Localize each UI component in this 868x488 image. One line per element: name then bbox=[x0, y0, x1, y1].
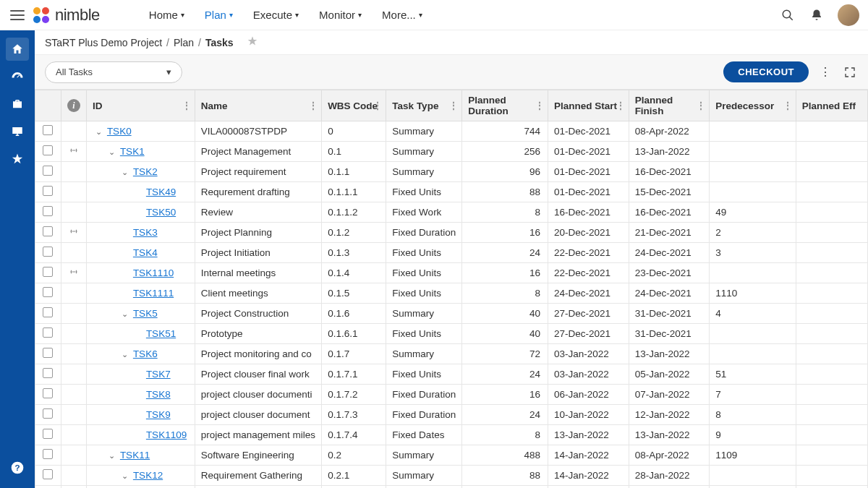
nav-item-execute[interactable]: Execute▾ bbox=[253, 9, 299, 21]
filter-dropdown[interactable]: All Tasks ▾ bbox=[45, 61, 182, 83]
task-id-link[interactable]: TSK5 bbox=[133, 308, 158, 319]
task-id-link[interactable]: TSK1109 bbox=[146, 429, 187, 440]
row-checkbox[interactable] bbox=[43, 125, 53, 135]
collapse-icon[interactable]: ⌄ bbox=[109, 451, 117, 461]
task-id-link[interactable]: TSK50 bbox=[146, 207, 176, 218]
logo[interactable]: nimble bbox=[32, 6, 100, 25]
task-id-link[interactable]: TSK12 bbox=[133, 470, 163, 481]
nav-item-plan[interactable]: Plan▾ bbox=[205, 9, 233, 21]
col-menu-icon[interactable]: ⋮ bbox=[616, 100, 626, 111]
col-menu-icon[interactable]: ⋮ bbox=[373, 100, 383, 111]
col-duration[interactable]: Planned Duration⋮ bbox=[462, 90, 548, 121]
table-row[interactable]: TSK4 Project Initiation 0.1.3 Fixed Unit… bbox=[35, 243, 868, 263]
row-checkbox[interactable] bbox=[43, 408, 53, 419]
col-effort[interactable]: Planned Eff bbox=[796, 90, 867, 121]
row-checkbox[interactable] bbox=[43, 388, 53, 398]
sidebar-help-icon[interactable]: ? bbox=[6, 456, 29, 479]
sidebar-home-icon[interactable] bbox=[6, 38, 29, 61]
table-row[interactable]: TSK50 Review 0.1.1.2 Fixed Work 8 16-Dec… bbox=[35, 202, 868, 223]
collapse-icon[interactable]: ⌄ bbox=[122, 471, 130, 481]
favorite-star-icon[interactable] bbox=[247, 35, 258, 49]
col-type[interactable]: Task Type⋮ bbox=[386, 90, 462, 121]
avatar[interactable] bbox=[838, 4, 859, 26]
table-row[interactable]: TSK7 Project clouser final work 0.1.7.1 … bbox=[35, 364, 868, 385]
table-row[interactable]: ⌄TSK11 Software Engineering 0.2 Summary … bbox=[35, 445, 868, 466]
crumb-project[interactable]: STaRT Plus Demo Project bbox=[45, 37, 162, 48]
col-name[interactable]: Name⋮ bbox=[195, 90, 321, 121]
col-start[interactable]: Planned Start⋮ bbox=[548, 90, 629, 121]
row-checkbox[interactable] bbox=[43, 429, 53, 439]
table-row[interactable]: TSK51 Prototype 0.1.6.1 Fixed Units 40 2… bbox=[35, 324, 868, 344]
search-icon[interactable] bbox=[780, 7, 796, 23]
collapse-icon[interactable]: ⌄ bbox=[122, 350, 130, 359]
collapse-icon[interactable]: ⌄ bbox=[122, 309, 130, 319]
row-checkbox[interactable] bbox=[43, 348, 53, 358]
col-menu-icon[interactable]: ⋮ bbox=[308, 100, 318, 111]
sidebar-desktop-icon[interactable] bbox=[6, 120, 29, 143]
task-id-link[interactable]: TSK8 bbox=[146, 389, 171, 400]
row-checkbox[interactable] bbox=[43, 247, 53, 257]
collapse-icon[interactable]: ⌄ bbox=[109, 147, 117, 157]
task-id-link[interactable]: TSK4 bbox=[133, 247, 158, 258]
task-id-link[interactable]: TSK1111 bbox=[133, 288, 174, 299]
collapse-icon[interactable]: ⌄ bbox=[122, 168, 130, 177]
task-id-link[interactable]: TSK3 bbox=[133, 227, 158, 238]
row-checkbox[interactable] bbox=[43, 166, 53, 176]
row-checkbox[interactable] bbox=[43, 206, 53, 216]
row-checkbox[interactable] bbox=[43, 267, 53, 277]
task-id-link[interactable]: TSK0 bbox=[107, 126, 132, 137]
task-id-link[interactable]: TSK1 bbox=[120, 146, 145, 157]
col-wbs[interactable]: WBS Code⋮ bbox=[322, 90, 386, 121]
col-id[interactable]: ID⋮ bbox=[86, 90, 195, 121]
sidebar-briefcase-icon[interactable] bbox=[6, 93, 29, 116]
row-checkbox[interactable] bbox=[43, 328, 53, 338]
col-finish[interactable]: Planned Finish⋮ bbox=[629, 90, 710, 121]
row-checkbox[interactable] bbox=[43, 368, 53, 378]
task-id-link[interactable]: TSK1110 bbox=[133, 267, 174, 278]
table-row[interactable]: ⌄TSK6 Project monitoring and co 0.1.7 Su… bbox=[35, 344, 868, 364]
bell-icon[interactable] bbox=[809, 7, 825, 23]
task-id-link[interactable]: TSK51 bbox=[146, 328, 176, 339]
col-menu-icon[interactable]: ⋮ bbox=[535, 100, 545, 111]
task-id-link[interactable]: TSK2 bbox=[133, 166, 158, 177]
row-checkbox[interactable] bbox=[43, 186, 53, 196]
sidebar-star-icon[interactable] bbox=[6, 147, 29, 171]
col-menu-icon[interactable]: ⋮ bbox=[182, 100, 192, 111]
table-row[interactable]: TSK1110 Internal meetings 0.1.4 Fixed Un… bbox=[35, 263, 868, 283]
table-row[interactable]: ⌄TSK12 Requirement Gathering 0.2.1 Summa… bbox=[35, 466, 868, 486]
table-row[interactable]: ⌄TSK0 VILA000087STPDP 0 Summary 744 01-D… bbox=[35, 121, 868, 142]
table-row[interactable]: TSK1109 project management miles 0.1.7.4… bbox=[35, 425, 868, 445]
task-id-link[interactable]: TSK9 bbox=[146, 409, 171, 420]
table-row[interactable]: ⌄TSK1 Project Management 0.1 Summary 256… bbox=[35, 142, 868, 162]
hamburger-icon[interactable] bbox=[9, 7, 26, 24]
row-checkbox[interactable] bbox=[43, 307, 53, 317]
task-id-link[interactable]: TSK7 bbox=[146, 369, 171, 380]
table-row[interactable]: TSK1111 Client meetings 0.1.5 Fixed Unit… bbox=[35, 283, 868, 304]
table-row[interactable]: TSK9 project clouser document 0.1.7.3 Fi… bbox=[35, 405, 868, 425]
col-predecessor[interactable]: Predecessor⋮ bbox=[710, 90, 796, 121]
row-checkbox[interactable] bbox=[43, 226, 53, 236]
table-row[interactable]: TSK49 Requrement drafting 0.1.1.1 Fixed … bbox=[35, 182, 868, 202]
table-row[interactable]: ⌄TSK13 Requirement managment 0.2.1.1 Sum… bbox=[35, 486, 868, 489]
table-row[interactable]: ⌄TSK5 Project Construction 0.1.6 Summary… bbox=[35, 304, 868, 324]
col-menu-icon[interactable]: ⋮ bbox=[696, 100, 706, 111]
nav-item-monitor[interactable]: Monitor▾ bbox=[319, 9, 362, 21]
task-id-link[interactable]: TSK6 bbox=[133, 348, 158, 359]
col-menu-icon[interactable]: ⋮ bbox=[783, 100, 793, 111]
collapse-icon[interactable]: ⌄ bbox=[95, 127, 104, 137]
more-vert-icon[interactable]: ⋮ bbox=[817, 64, 833, 80]
row-checkbox[interactable] bbox=[43, 287, 53, 297]
fullscreen-icon[interactable] bbox=[842, 64, 858, 80]
crumb-section[interactable]: Plan bbox=[174, 37, 194, 48]
table-container[interactable]: i ID⋮ Name⋮ WBS Code⋮ Task Type⋮ Planned… bbox=[35, 90, 868, 488]
row-checkbox[interactable] bbox=[43, 469, 53, 479]
task-id-link[interactable]: TSK11 bbox=[120, 450, 150, 461]
table-row[interactable]: TSK3 Project Planning 0.1.2 Fixed Durati… bbox=[35, 223, 868, 243]
checkout-button[interactable]: CHECKOUT bbox=[723, 61, 809, 82]
nav-item-home[interactable]: Home▾ bbox=[149, 9, 184, 21]
sidebar-gauge-icon[interactable] bbox=[6, 65, 29, 88]
table-row[interactable]: TSK8 project clouser documenti 0.1.7.2 F… bbox=[35, 385, 868, 405]
nav-item-more[interactable]: More...▾ bbox=[382, 9, 422, 21]
row-checkbox[interactable] bbox=[43, 449, 53, 459]
row-checkbox[interactable] bbox=[43, 145, 53, 155]
